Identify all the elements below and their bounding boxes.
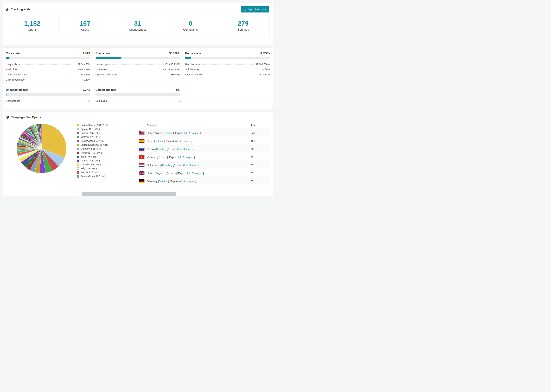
rate-value: 6.927% (261, 52, 270, 55)
rate-row: Opens to clicks rate689.82% (95, 72, 180, 77)
rate-row-label: Opens to clicks rate (95, 73, 117, 76)
legend-item: Brazil ( 33 / 2% ) (77, 171, 137, 174)
stat-value: 1,152 (6, 20, 58, 27)
export-all-link[interactable]: All › (187, 172, 191, 175)
flag-ru-icon (139, 147, 145, 151)
stat-label: Unsubscribes (111, 28, 164, 31)
rate-row-label: Unsubscribes (6, 99, 20, 102)
legend-item: Germany ( 55 / 3% ) (77, 147, 137, 150)
rate-rows: Complaints0 (95, 98, 180, 104)
rate-value: 4.46% (83, 52, 90, 55)
map-pin-icon (6, 116, 9, 119)
export-unique-link[interactable]: Unique › (184, 156, 194, 159)
details-link[interactable]: Details › (155, 140, 164, 142)
geo-pie-legend: United States ( 541 / 31% )Spain ( 121 /… (77, 121, 137, 185)
export-button-label: Export basic stats (247, 8, 267, 11)
export-all-link[interactable]: All › (178, 156, 182, 159)
legend-item: Vietnam ( 79 / 5% ) (77, 136, 137, 138)
export-unique-link[interactable]: Unique › (186, 180, 195, 183)
rate-row: Internal bounces19 / 6.81% (185, 72, 270, 77)
stat-bounces: 279Bounces (217, 16, 269, 37)
legend-swatch (77, 144, 79, 146)
legend-swatch (77, 168, 79, 170)
total-cell: 541 (251, 132, 269, 134)
rate-row-value: 0 (179, 99, 180, 102)
stat-opens: 1,152Opens (6, 16, 58, 37)
country-links: Spain [Details ›] [Export: All › / Uniqu… (147, 140, 192, 142)
total-cell: 59 (251, 172, 269, 175)
rate-block-clicks-rate: Clicks rate4.46%Unique clicks167 / 4.456… (6, 52, 90, 82)
rate-row-value: 4.147% (82, 78, 90, 81)
export-all-link[interactable]: All › (182, 164, 187, 167)
country-cell: Vietnam [Details ›] [Export: All › / Uni… (139, 155, 251, 159)
rate-row: Clicks to opens rate14.497% (6, 72, 90, 77)
export-unique-link[interactable]: Unique › (183, 147, 193, 151)
stat-value: 0 (164, 20, 217, 27)
country-links: Germany [Details ›] [Export: All › / Uni… (147, 180, 196, 183)
export-all-link[interactable]: All › (179, 180, 184, 183)
legend-swatch (77, 124, 79, 126)
export-unique-link[interactable]: Unique › (193, 172, 203, 175)
country-links: Netherlands [Details ›] [Export: All › /… (147, 164, 199, 167)
geo-card-header: Campaign Geo Opens (6, 116, 269, 119)
rate-head: Opens rate30.736% (95, 52, 180, 55)
geo-table-row: United States [Details ›] [Export: All ›… (137, 129, 269, 137)
rate-row-value: 1,152 / 30.736% (162, 63, 180, 66)
tracking-card-title: Tracking stats (6, 8, 30, 11)
horizontal-scrollbar[interactable] (82, 192, 176, 196)
stat-unsubscribes: 31Unsubscribes (111, 16, 164, 37)
rate-row: Unsubscribes31 (6, 98, 90, 104)
progress-bar (95, 57, 180, 59)
dotted-leader (26, 80, 81, 80)
country-cell: United States [Details ›] [Export: All ›… (139, 131, 251, 135)
progress-fill (6, 57, 10, 59)
export-all-link[interactable]: All › (177, 147, 181, 151)
rate-row: Hard bounces242 / 86.738% (185, 62, 270, 67)
details-link[interactable]: Details › (159, 180, 168, 183)
export-unique-link[interactable]: Unique › (191, 132, 200, 134)
legend-item: Spain ( 121 / 7% ) (77, 128, 137, 131)
rate-title: Unsubscribe rate (6, 88, 28, 91)
tracking-stats-card: Tracking stats Export basic stats 1,152O… (3, 3, 273, 45)
legend-item: Canada ( 40 / 2% ) (77, 163, 137, 166)
legend-label: India ( 46 / 3% ) (81, 155, 98, 158)
legend-label: Russia ( 86 / 5% ) (81, 132, 99, 134)
export-all-link[interactable]: All › (184, 132, 188, 134)
flag-gb-icon (139, 171, 145, 175)
export-unique-link[interactable]: Unique › (182, 140, 191, 142)
legend-label: Brazil ( 33 / 2% ) (81, 171, 98, 174)
geo-table-header-total: Total (251, 124, 269, 126)
stat-complaints: 0Complaints (164, 16, 217, 37)
export-all-link[interactable]: All › (175, 140, 179, 142)
stat-value: 279 (217, 20, 269, 27)
geo-table-row: Spain [Details ›] [Export: All › / Uniqu… (137, 137, 269, 145)
details-link[interactable]: Details › (158, 156, 167, 159)
legend-item: United Kingdom ( 59 / 3% ) (77, 143, 137, 146)
dotted-leader (201, 64, 253, 65)
details-link[interactable]: Details › (162, 164, 171, 167)
progress-bar (95, 93, 180, 96)
legend-label: Canada ( 40 / 2% ) (81, 163, 101, 166)
legend-swatch (77, 128, 79, 130)
export-basic-stats-button[interactable]: Export basic stats (241, 6, 269, 13)
country-cell: Netherlands [Details ›] [Export: All › /… (139, 163, 251, 167)
legend-label: Germany ( 55 / 3% ) (81, 147, 102, 150)
rate-row: Unique opens1,152 / 30.736% (95, 62, 180, 67)
legend-label: South Africa ( 29 / 2% ) (81, 175, 105, 178)
details-link[interactable]: Details › (156, 147, 165, 151)
dotted-leader (109, 70, 161, 70)
legend-label: Spain ( 121 / 7% ) (81, 128, 100, 131)
rate-title: Complaints rate (95, 88, 116, 91)
rate-rows: Hard bounces242 / 86.738%Soft bounces18 … (185, 62, 270, 77)
geo-card-title: Campaign Geo Opens (6, 116, 41, 119)
rate-row-value: 220 / 5.87% (78, 68, 90, 71)
details-link[interactable]: Details › (164, 132, 173, 134)
details-link[interactable]: Details › (167, 172, 176, 175)
legend-swatch (77, 140, 79, 142)
export-unique-link[interactable]: Unique › (189, 164, 199, 167)
rate-row-label: Soft bounces (185, 68, 199, 71)
flag-us-icon (139, 131, 145, 135)
flag-es-icon (139, 139, 145, 143)
rate-value: 0.77% (83, 88, 90, 91)
rate-rows: Unique opens1,152 / 30.736%Total opens2,… (95, 62, 180, 77)
